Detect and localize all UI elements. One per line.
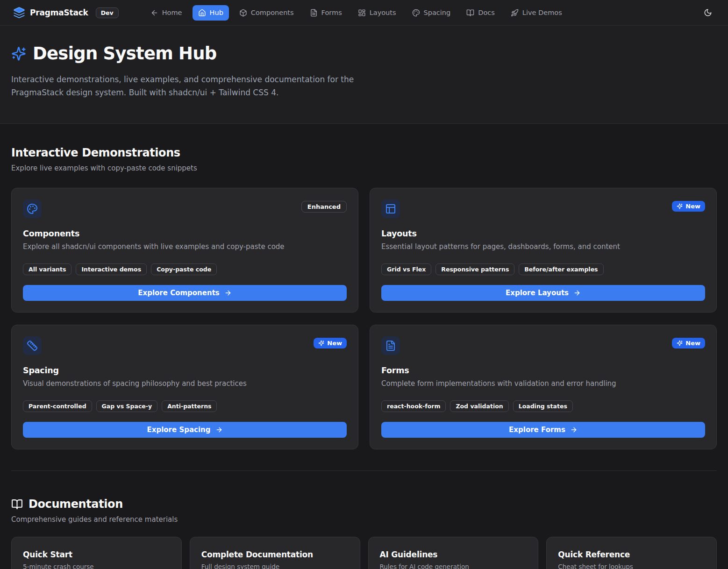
doc-card-subtitle: 5-minute crash course (23, 563, 170, 569)
nav-item-live-demos[interactable]: Live Demos (505, 5, 568, 21)
explore-layouts-button[interactable]: Explore Layouts (381, 285, 705, 301)
explore-components-button[interactable]: Explore Components (23, 285, 347, 301)
button-label: Explore Layouts (506, 289, 569, 297)
badge-label: New (685, 340, 700, 347)
card-description: Essential layout patterns for pages, das… (381, 242, 705, 251)
doc-card-quick-reference[interactable]: Quick Reference Cheat sheet for lookups (546, 537, 717, 569)
palette-icon (23, 199, 42, 218)
status-badge-new: New (672, 201, 705, 212)
status-badge-new: New (314, 338, 347, 349)
page-title: Design System Hub (33, 43, 216, 64)
sparkles-icon (677, 203, 683, 209)
demo-card-forms: New Forms Complete form implementations … (370, 325, 717, 449)
card-description: Visual demonstrations of spacing philoso… (23, 379, 347, 388)
tag: react-hook-form (381, 400, 446, 412)
package-icon (239, 9, 247, 17)
nav-item-home[interactable]: Home (145, 5, 188, 21)
explore-forms-button[interactable]: Explore Forms (381, 422, 705, 438)
tag: Before/after examples (519, 263, 603, 275)
tag-row: react-hook-form Zod validation Loading s… (381, 400, 705, 412)
demo-card-components: Enhanced Components Explore all shadcn/u… (11, 188, 358, 313)
nav-item-forms[interactable]: Forms (304, 5, 348, 21)
badge-label: New (327, 340, 342, 347)
nav-item-label: Docs (478, 9, 495, 16)
book-open-icon (466, 9, 474, 17)
tag-row: Parent-controlled Gap vs Space-y Anti-pa… (23, 400, 347, 412)
button-label: Explore Forms (509, 426, 565, 434)
doc-card-title: Quick Reference (558, 550, 705, 559)
docs-subheading: Comprehensive guides and reference mater… (11, 515, 717, 524)
sparkles-icon (11, 46, 26, 61)
brand[interactable]: PragmaStack Dev (13, 7, 119, 19)
nav-item-spacing[interactable]: Spacing (407, 5, 457, 21)
status-badge-new: New (672, 338, 705, 349)
arrow-right-icon (215, 426, 223, 434)
main-nav: Home Hub Components Forms Layouts (145, 5, 568, 21)
top-navbar: PragmaStack Dev Home Hub Components Fo (0, 0, 728, 26)
moon-icon (704, 8, 712, 17)
panels-top-left-icon (381, 199, 400, 218)
nav-item-label: Spacing (424, 9, 451, 16)
demos-subheading: Explore live examples with copy-paste co… (11, 164, 717, 172)
card-title: Layouts (381, 229, 705, 238)
layout-dashboard-icon (358, 9, 366, 17)
tag: All variants (23, 263, 71, 275)
rocket-icon (511, 9, 519, 17)
tag: Copy-paste code (151, 263, 217, 275)
doc-card-ai-guidelines[interactable]: AI Guidelines Rules for AI code generati… (368, 537, 539, 569)
sparkles-icon (677, 340, 683, 346)
doc-card-quick-start[interactable]: Quick Start 5-minute crash course (11, 537, 182, 569)
doc-card-subtitle: Rules for AI code generation (380, 563, 527, 569)
doc-card-grid: Quick Start 5-minute crash course Comple… (11, 537, 717, 569)
nav-item-label: Hub (210, 9, 223, 16)
tag-row: All variants Interactive demos Copy-past… (23, 263, 347, 275)
nav-item-components[interactable]: Components (234, 5, 300, 21)
docs-heading: Documentation (11, 498, 717, 511)
card-description: Explore all shadcn/ui components with li… (23, 242, 347, 251)
arrow-left-icon (150, 9, 158, 17)
book-open-icon (11, 498, 23, 510)
explore-spacing-button[interactable]: Explore Spacing (23, 422, 347, 438)
doc-card-complete-documentation[interactable]: Complete Documentation Full design syste… (190, 537, 360, 569)
nav-item-label: Home (162, 9, 182, 16)
brand-name: PragmaStack (30, 8, 88, 17)
hero-section: Design System Hub Interactive demonstrat… (0, 26, 728, 124)
arrow-right-icon (224, 289, 232, 297)
card-title: Components (23, 229, 347, 238)
nav-item-hub[interactable]: Hub (193, 5, 229, 21)
nav-item-layouts[interactable]: Layouts (352, 5, 402, 21)
button-label: Explore Spacing (147, 426, 210, 434)
nav-item-label: Components (251, 9, 294, 16)
palette-icon (412, 9, 420, 17)
arrow-right-icon (573, 289, 581, 297)
card-title: Forms (381, 366, 705, 375)
file-text-icon (381, 336, 400, 355)
doc-card-title: AI Guidelines (380, 550, 527, 559)
file-text-icon (310, 9, 318, 17)
tag: Gap vs Space-y (96, 400, 158, 412)
nav-item-docs[interactable]: Docs (461, 5, 500, 21)
docs-section: Documentation Comprehensive guides and r… (0, 498, 728, 569)
button-label: Explore Components (138, 289, 220, 297)
tag: Responsive patterns (435, 263, 514, 275)
nav-item-label: Forms (321, 9, 342, 16)
demo-card-grid: Enhanced Components Explore all shadcn/u… (11, 188, 717, 449)
tag: Parent-controlled (23, 400, 92, 412)
tag: Zod validation (450, 400, 508, 412)
badge-label: New (685, 203, 700, 210)
demos-heading: Interactive Demonstrations (11, 146, 717, 159)
nav-item-label: Layouts (370, 9, 396, 16)
tag: Anti-patterns (162, 400, 217, 412)
tag: Grid vs Flex (381, 263, 431, 275)
tag-row: Grid vs Flex Responsive patterns Before/… (381, 263, 705, 275)
status-badge-enhanced: Enhanced (301, 201, 347, 213)
section-divider (11, 470, 717, 471)
demo-card-spacing: New Spacing Visual demonstrations of spa… (11, 325, 358, 449)
card-description: Complete form implementations with valid… (381, 379, 705, 388)
theme-toggle-button[interactable] (701, 6, 715, 20)
env-badge: Dev (96, 7, 119, 18)
demos-section: Interactive Demonstrations Explore live … (0, 146, 728, 449)
nav-item-label: Live Demos (522, 9, 562, 16)
hero-description: Interactive demonstrations, live example… (11, 73, 359, 99)
ruler-icon (23, 336, 42, 355)
